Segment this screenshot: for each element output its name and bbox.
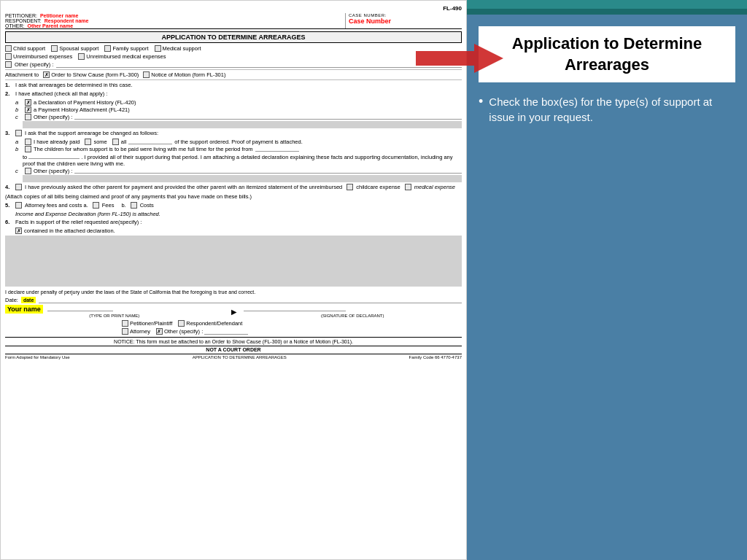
item2c-fill (23, 121, 462, 128)
other-specify2-checkbox[interactable] (156, 328, 163, 335)
petitioner-label: PETITIONER: (5, 13, 37, 18)
item1: 1. I ask that arrearages be determined i… (5, 82, 462, 88)
order-show-cause-item[interactable]: Order to Show Cause (form FL-300) (43, 71, 139, 78)
item2c-fill-box (23, 121, 462, 128)
item6-contained: contained in the attached declaration. (5, 228, 462, 234)
petitioner-block: PETITIONER: Petitioner name RESPONDENT: … (5, 13, 345, 28)
item5-text: Attorney fees and costs a. (25, 202, 88, 209)
name-input[interactable] (47, 306, 113, 311)
item3-checkbox[interactable] (15, 130, 22, 136)
item6-text: Facts in support of the relief requested… (15, 219, 142, 225)
item3a-checkbox[interactable] (25, 139, 31, 145)
item3b-checkbox[interactable] (25, 146, 31, 152)
item5-costs-checkbox[interactable] (131, 202, 137, 209)
item3c-input[interactable] (74, 168, 462, 174)
attachment-label: Attachment to (5, 71, 39, 78)
item4-rest: (Attach copies of all bills being claime… (5, 193, 252, 200)
signature-input[interactable] (244, 306, 346, 311)
item5-num: 5. (5, 202, 12, 209)
item2b-checkbox[interactable] (25, 106, 31, 113)
date-input[interactable] (39, 298, 462, 303)
other-specify2-item[interactable]: Other (specify) : (156, 328, 248, 335)
item3c-checkbox[interactable] (25, 168, 31, 174)
other-specify-input[interactable] (56, 62, 462, 68)
svg-marker-0 (416, 44, 503, 73)
other-value: Other Parent name (27, 23, 73, 28)
date-row: Date: date (5, 297, 462, 303)
respondent-defendant-item[interactable]: Respondent/Defendant (178, 320, 242, 327)
item3c: c Other (specify) : (5, 168, 462, 174)
teal-second-bar (467, 9, 747, 15)
item3a-text: I have already paid (34, 139, 80, 145)
notice-motion-label: Notice of Motion (form FL-301) (151, 71, 225, 78)
item2a: a a Declaration of Payment History (FL-4… (5, 99, 462, 106)
spousal-support-label: Spousal support (59, 45, 98, 52)
item5-note: Income and Expense Declaration (form FL-… (5, 211, 462, 217)
item3a-amount-input[interactable] (128, 139, 172, 144)
item2c: c Other (specify) : (5, 114, 462, 120)
other-specify-checkbox[interactable] (5, 61, 12, 68)
unreimbursed-item[interactable]: Unreimbursed expenses (5, 53, 72, 60)
respondent-defendant-checkbox[interactable] (178, 320, 185, 327)
item3b-from-input[interactable] (255, 146, 299, 152)
medical-support-item[interactable]: Medical support (155, 45, 201, 52)
petitioner-value: Petitioner name (40, 13, 79, 18)
attorney-label: Attorney (130, 328, 150, 335)
role-checkboxes: Petitioner/Plaintiff Respondent/Defendan… (5, 320, 462, 327)
item2a-checkbox[interactable] (25, 99, 31, 106)
item4-text: I have previously asked the other parent… (25, 184, 342, 190)
item3a-all-checkbox[interactable] (112, 139, 119, 145)
item4-num: 4. (5, 184, 12, 190)
attorney-item[interactable]: Attorney (122, 328, 150, 335)
item6-contained-checkbox[interactable] (15, 228, 22, 234)
item5-fees-checkbox[interactable] (93, 202, 99, 209)
item5: 5. Attorney fees and costs a. Fees b. Co… (5, 202, 462, 209)
your-name: Your name (5, 305, 43, 314)
item2c-input[interactable] (74, 114, 462, 120)
item2a-label: a (15, 99, 23, 106)
petitioner-plaintiff-checkbox[interactable] (122, 320, 128, 327)
item4-checkbox[interactable] (15, 184, 22, 190)
info-content: Application to Determine Arrearages • Ch… (467, 18, 747, 141)
item1-num: 1. (5, 82, 12, 88)
child-support-checkbox[interactable] (5, 45, 12, 52)
respondent-defendant-label: Respondent/Defendant (186, 320, 242, 327)
item2c-checkbox[interactable] (25, 114, 31, 120)
item3b: b The children for whom support is to be… (5, 146, 462, 152)
attorney-checkbox[interactable] (122, 328, 128, 335)
spousal-support-checkbox[interactable] (51, 45, 58, 52)
item3b-to-input[interactable] (28, 153, 80, 159)
spousal-support-item[interactable]: Spousal support (51, 45, 98, 52)
item3b-text: The children for whom support is to be p… (34, 146, 253, 152)
family-support-checkbox[interactable] (104, 45, 111, 52)
footer-title: APPLICATION TO DETERMINE ARREARAGES (193, 355, 287, 359)
form-title: APPLICATION TO DETERMINE ARREARAGES (5, 31, 462, 43)
notice-motion-checkbox[interactable] (143, 71, 150, 78)
item3a-some-checkbox[interactable] (85, 139, 91, 145)
other-specify-label: Other (specify) : (15, 61, 53, 68)
order-show-cause-label: Order to Show Cause (form FL-300) (51, 71, 139, 78)
order-show-cause-checkbox[interactable] (43, 71, 50, 78)
perjury-text: I declare under penalty of perjury under… (5, 289, 462, 295)
family-support-item[interactable]: Family support (104, 45, 148, 52)
signature-of-label: (SIGNATURE OF DECLARANT) (244, 314, 462, 318)
other-specify2-input[interactable] (204, 329, 248, 335)
date-value: date (21, 297, 36, 303)
role-checkboxes2: Attorney Other (specify) : (5, 328, 462, 335)
expense-types-row: Unreimbursed expenses Unreimbursed medic… (5, 53, 462, 60)
item2b-text: a Payment History Attachment (FL-421) (34, 106, 130, 113)
notice-text: NOTICE: This form must be attached to an… (114, 339, 353, 344)
unreimbursed-medical-checkbox[interactable] (78, 53, 85, 60)
item2-text: I have attached (check all that apply) : (15, 90, 107, 97)
other-label: OTHER: (5, 23, 24, 28)
unreimbursed-medical-item[interactable]: Unreimbursed medical expenses (78, 53, 166, 60)
notice-box: NOTICE: This form must be attached to an… (5, 337, 462, 346)
notice-motion-item[interactable]: Notice of Motion (form FL-301) (143, 71, 225, 78)
unreimbursed-checkbox[interactable] (5, 53, 12, 60)
petitioner-plaintiff-item[interactable]: Petitioner/Plaintiff (122, 320, 172, 327)
item5-checkbox[interactable] (15, 202, 22, 209)
item4-childcare-checkbox[interactable] (347, 184, 353, 190)
child-support-item[interactable]: Child support (5, 45, 45, 52)
item4-medical-checkbox[interactable] (405, 184, 411, 190)
medical-support-checkbox[interactable] (155, 45, 161, 52)
